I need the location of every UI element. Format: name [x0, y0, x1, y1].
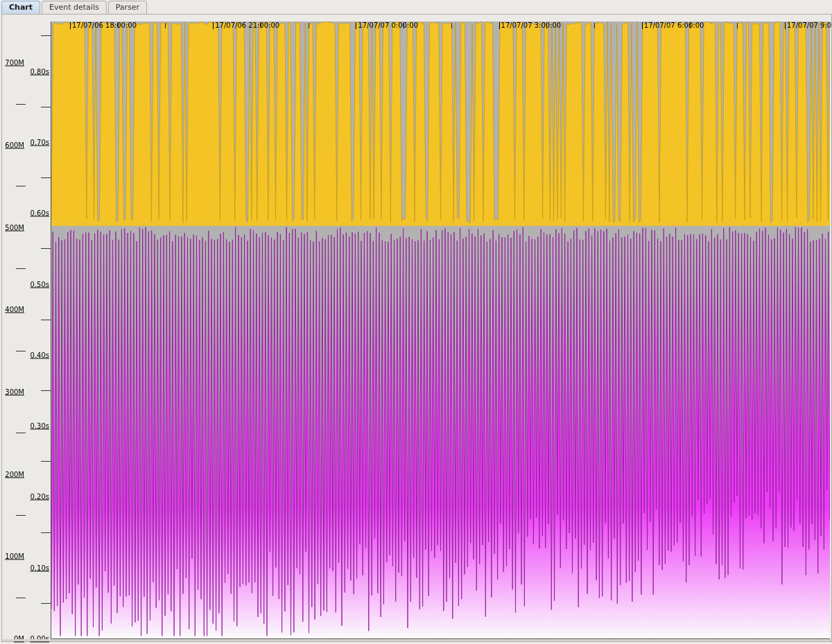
x-tick-label: 17/07/06 18:00:00: [70, 21, 137, 29]
x-minor-tick: [309, 23, 309, 28]
y-axis-seconds: 0.00s0.10s0.20s0.30s0.40s0.50s0.60s0.70s…: [26, 21, 51, 638]
y-tick-seconds: 0.30s: [31, 422, 49, 430]
chart-svg: [51, 21, 830, 638]
y-minor-tick: [16, 598, 26, 598]
y-tick-seconds: 0.50s: [31, 280, 49, 288]
y-tick-seconds: 0.60s: [31, 209, 49, 217]
x-tick-label: 17/07/06 21:00:00: [213, 21, 279, 29]
x-tick-label: 17/07/07 9:00:00: [785, 21, 832, 29]
y-minor-tick: [16, 268, 26, 269]
tab-bar: Chart Event details Parser: [0, 0, 832, 14]
tab-event-details[interactable]: Event details: [42, 1, 107, 14]
x-minor-tick: [546, 23, 547, 28]
y-tick-memory: 600M: [5, 141, 24, 149]
y-minor-tick: [16, 186, 26, 186]
y-tick-memory: 400M: [5, 306, 24, 313]
y-minor-tick: [16, 433, 26, 433]
x-tick-label: 17/07/07 0:00:00: [356, 21, 418, 29]
x-minor-tick: [261, 23, 261, 28]
y-axis-memory: 0M100M200M300M400M500M600M700M: [2, 21, 26, 638]
y-tick-memory: 200M: [5, 470, 24, 478]
x-minor-tick: [690, 23, 691, 28]
x-minor-tick: [737, 23, 738, 28]
y-tick-seconds: 0.70s: [31, 138, 49, 146]
y-tick-seconds: 0.10s: [31, 564, 49, 571]
y-tick-memory: 500M: [5, 223, 24, 231]
tab-parser[interactable]: Parser: [108, 1, 147, 14]
y-minor-tick: [16, 515, 26, 516]
x-minor-tick: [118, 23, 119, 28]
y-minor-tick: [41, 461, 51, 462]
x-minor-tick: [594, 23, 595, 28]
y-tick-memory: 300M: [5, 388, 24, 396]
x-minor-tick: [404, 23, 404, 28]
y-minor-tick: [41, 390, 51, 391]
y-tick-memory: 100M: [5, 552, 24, 560]
y-tick-seconds: 0.20s: [31, 493, 49, 501]
x-axis-time: 17/07/06 18:00:0017/07/06 21:00:0017/07/…: [51, 21, 829, 34]
y-minor-tick: [16, 104, 26, 105]
bottom-bar: [2, 639, 831, 641]
y-minor-tick: [41, 177, 51, 178]
y-minor-tick: [41, 532, 51, 533]
y-minor-tick: [41, 248, 51, 249]
y-minor-tick: [41, 107, 51, 107]
x-tick-label: 17/07/07 3:00:00: [499, 21, 562, 29]
y-minor-tick: [41, 35, 51, 36]
x-tick-label: 17/07/07 6:00:00: [642, 21, 704, 29]
y-minor-tick: [16, 351, 26, 351]
y-tick-memory: 700M: [5, 59, 24, 67]
tab-chart[interactable]: Chart: [1, 1, 40, 14]
y-minor-tick: [41, 603, 51, 604]
y-tick-seconds: 0.80s: [31, 67, 49, 75]
x-minor-tick: [165, 23, 166, 28]
chart-panel: 0M100M200M300M400M500M600M700M 0.00s0.10…: [1, 14, 832, 642]
y-minor-tick: [41, 320, 51, 320]
chart-plot-area[interactable]: [51, 21, 830, 639]
series-heap-max-baseline: [51, 223, 830, 226]
x-minor-tick: [451, 23, 452, 28]
y-tick-seconds: 0.40s: [31, 351, 49, 358]
